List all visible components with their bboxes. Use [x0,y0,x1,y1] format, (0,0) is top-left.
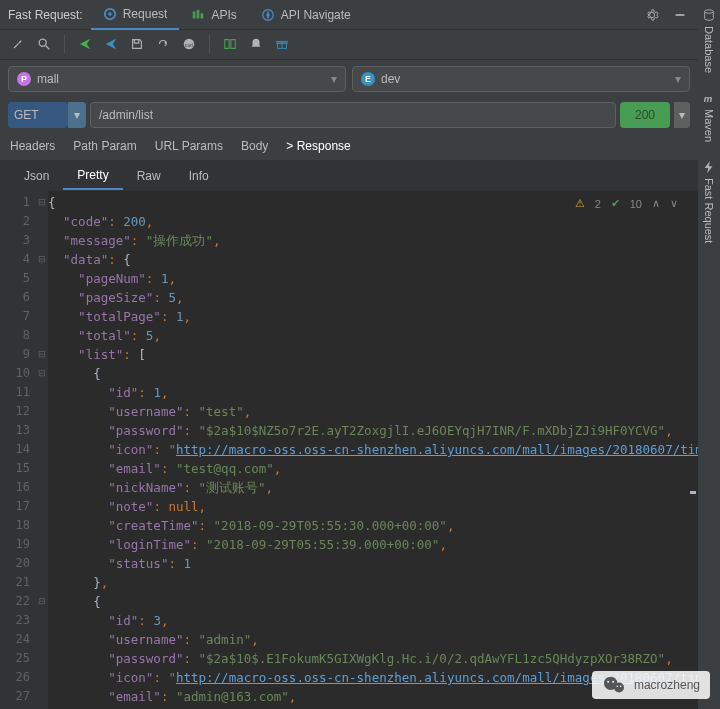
database-icon [702,8,716,22]
minimize-icon[interactable] [670,5,690,25]
tab-url-params[interactable]: URL Params [155,133,223,159]
view-tabs: Json Pretty Raw Info [0,161,698,191]
plugin-title: Fast Request: [8,8,83,22]
wrench-icon[interactable] [8,34,28,54]
tab-headers[interactable]: Headers [10,133,55,159]
svg-point-1 [108,12,112,16]
curl-icon[interactable]: curl [179,34,199,54]
tab-label: Request [123,7,168,21]
svg-point-14 [705,10,714,14]
plugin-header: Fast Request: Request APIs API Navigate [0,0,698,30]
rail-maven[interactable]: m Maven [702,87,716,146]
warning-icon: ⚠ [575,197,585,210]
rail-fast-request[interactable]: Fast Request [702,156,716,247]
fold-gutter[interactable]: ⊟⊟⊟⊟⊟ [36,191,48,709]
svg-point-21 [620,685,622,687]
tab-body[interactable]: Body [241,133,268,159]
tab-label: APIs [211,8,236,22]
send-icon[interactable] [75,34,95,54]
chevron-down-icon: ▾ [331,72,337,86]
nav-up-icon[interactable]: ∧ [652,197,660,210]
editor-inspection-status[interactable]: ⚠2 ✔10 ∧ ∨ [571,195,682,212]
gift-icon[interactable] [272,34,292,54]
view-info[interactable]: Info [175,161,223,190]
url-text: /admin/list [99,108,153,122]
nav-down-icon[interactable]: ∨ [670,197,678,210]
request-row: GET ▾ /admin/list 200 ▾ [0,98,698,132]
warning-count: 2 [595,198,601,210]
view-pretty[interactable]: Pretty [63,161,122,190]
project-name: mall [37,72,59,86]
tab-request[interactable]: Request [91,0,180,30]
project-dropdown[interactable]: P mall ▾ [8,66,346,92]
separator [64,35,65,53]
search-icon[interactable] [34,34,54,54]
chevron-down-icon: ▾ [679,108,685,122]
method-dropdown-arrow[interactable]: ▾ [68,102,86,128]
send-download-icon[interactable] [101,34,121,54]
svg-text:curl: curl [185,42,193,48]
request-icon [103,7,117,21]
response-editor: 1234567891011121314151617181920212223242… [0,191,698,709]
svg-point-18 [607,681,609,683]
line-gutter: 1234567891011121314151617181920212223242… [0,191,36,709]
fast-request-icon [702,160,716,174]
svg-rect-2 [193,11,196,18]
save-icon[interactable] [127,34,147,54]
svg-point-19 [612,681,614,683]
tab-response[interactable]: > Response [286,133,350,159]
env-name: dev [381,72,400,86]
maven-icon: m [702,91,716,105]
svg-point-7 [39,40,46,47]
watermark-text: macrozheng [634,678,700,692]
code-content[interactable]: { "code": 200, "message": "操作成功", "data"… [48,191,698,709]
redo-icon[interactable] [153,34,173,54]
tab-apis[interactable]: APIs [179,0,248,30]
toolbar: curl [0,30,698,60]
separator [209,35,210,53]
tab-path-param[interactable]: Path Param [73,133,136,159]
svg-line-8 [46,46,50,50]
bell-icon[interactable] [246,34,266,54]
status-badge: 200 [620,102,670,128]
view-raw[interactable]: Raw [123,161,175,190]
tab-label: API Navigate [281,8,351,22]
svg-rect-3 [197,9,200,18]
tab-api-navigate[interactable]: API Navigate [249,0,363,30]
scroll-marker [690,491,696,494]
check-icon: ✔ [611,197,620,210]
status-dropdown-arrow[interactable]: ▾ [674,102,690,128]
chevron-down-icon: ▾ [675,72,681,86]
project-badge-icon: P [17,72,31,86]
right-tool-rail: Database m Maven Fast Request [698,0,720,709]
gear-icon[interactable] [642,5,662,25]
svg-point-20 [616,685,618,687]
svg-text:m: m [704,93,713,104]
check-count: 10 [630,198,642,210]
watermark: macrozheng [592,671,710,699]
env-badge-icon: E [361,72,375,86]
chevron-down-icon: ▾ [74,108,80,122]
method-label: GET [14,108,39,122]
svg-rect-6 [676,14,685,16]
status-code: 200 [635,108,655,122]
env-selectors: P mall ▾ E dev ▾ [0,60,698,98]
method-selector[interactable]: GET [8,102,68,128]
url-input[interactable]: /admin/list [90,102,616,128]
apis-icon [191,8,205,22]
book-icon[interactable] [220,34,240,54]
svg-rect-4 [201,13,204,18]
wechat-icon [602,675,626,695]
env-dropdown[interactable]: E dev ▾ [352,66,690,92]
rail-database[interactable]: Database [702,4,716,77]
section-tabs: Headers Path Param URL Params Body > Res… [0,132,698,162]
view-json[interactable]: Json [10,161,63,190]
navigate-icon [261,8,275,22]
svg-point-17 [614,683,624,693]
